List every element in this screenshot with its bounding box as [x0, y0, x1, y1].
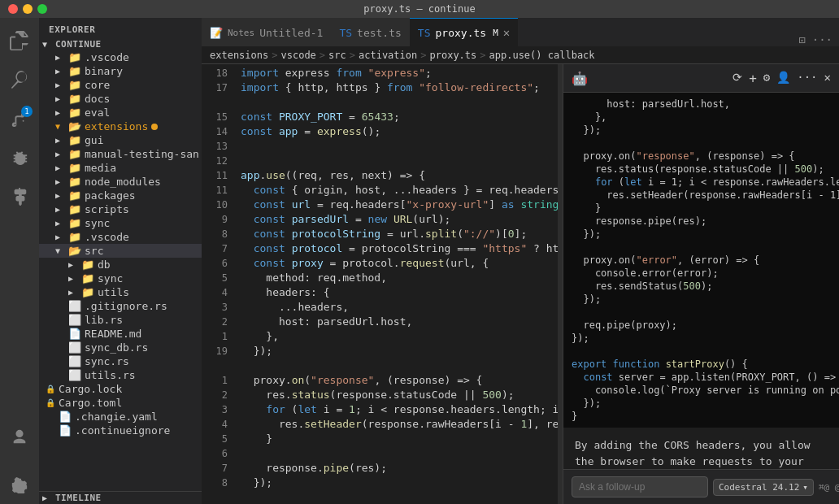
- activity-icon-files[interactable]: [0, 21, 39, 60]
- file-icon-md: 📄: [68, 328, 81, 340]
- tree-item-core[interactable]: ▶ 📁 core: [39, 78, 202, 92]
- item-label: sync: [98, 272, 123, 285]
- tree-item-node-modules[interactable]: ▶ 📁 node_modules: [39, 175, 202, 189]
- folder-icon: 📁: [68, 231, 81, 243]
- tree-item-packages[interactable]: ▶ 📁 packages: [39, 189, 202, 202]
- tree-item-manual-testing[interactable]: ▶ 📁 manual-testing-san...: [39, 147, 202, 161]
- item-label: core: [85, 79, 110, 91]
- line-numbers: 1817 15141312 1111109 8765 4321 19 12 34…: [202, 64, 234, 504]
- modified-icon: M: [493, 28, 498, 38]
- item-label: .vscode: [85, 231, 129, 243]
- ai-followup-input[interactable]: [572, 476, 708, 497]
- ai-more-icon[interactable]: ···: [797, 71, 817, 86]
- tree-item-sync[interactable]: ▶ 📁 sync: [39, 216, 202, 230]
- file-icon-rs: ⬜: [68, 314, 81, 326]
- folder-icon: 📁: [68, 106, 81, 119]
- activity-icon-source-control[interactable]: 1: [0, 99, 39, 138]
- code-content[interactable]: import express from "express"; import { …: [234, 64, 558, 504]
- tree-item-binary[interactable]: ▶ 📁 binary: [39, 64, 202, 78]
- tree-item-cargo-toml[interactable]: 🔒 Cargo.toml: [39, 396, 202, 410]
- activity-icon-search[interactable]: [0, 60, 39, 99]
- editor-area: 📝 Notes Untitled-1 TS test.ts TS proxy.t…: [202, 18, 839, 504]
- maximize-button[interactable]: [37, 4, 47, 14]
- tree-item-sync-db[interactable]: ▶ ⬜ sync_db.rs: [39, 341, 202, 354]
- lock-icon: 🔒: [46, 385, 55, 393]
- folder-icon: 📁: [68, 79, 81, 91]
- folder-icon: 📂: [68, 120, 81, 133]
- bc-vscode[interactable]: vscode: [280, 50, 315, 61]
- ts-icon-test: TS: [339, 27, 352, 39]
- ai-add-icon[interactable]: +: [749, 71, 757, 86]
- ai-account-icon[interactable]: 👤: [776, 71, 790, 86]
- item-label: db: [98, 259, 111, 271]
- code-line: const parsedUrl = new URL(url);: [241, 212, 558, 227]
- file-icon-rs: ⬜: [68, 341, 81, 354]
- folder-icon: 📁: [81, 272, 94, 285]
- code-line: },: [241, 329, 558, 344]
- timeline-header[interactable]: ▶ TIMELINE: [39, 491, 202, 504]
- minimize-button[interactable]: [23, 4, 33, 14]
- tree-item-lib[interactable]: ▶ ⬜ lib.rs: [39, 313, 202, 327]
- item-label: utils.rs: [85, 369, 136, 381]
- editor-split-icon[interactable]: ⊡: [798, 33, 805, 46]
- ai-panel: 🤖 ⟳ + ⚙ 👤 ··· ✕ host: parsedUrl.host,: [563, 64, 839, 504]
- tree-item-gitignore[interactable]: ▶ ⬜ .gitignore.rs: [39, 299, 202, 313]
- code-line: });: [241, 344, 558, 358]
- tree-item-dotvscode[interactable]: ▶ 📁 .vscode: [39, 230, 202, 244]
- ai-settings-icon[interactable]: ⚙: [763, 71, 770, 86]
- ai-close-icon[interactable]: ✕: [824, 71, 831, 86]
- tree-item-scripts[interactable]: ▶ 📁 scripts: [39, 202, 202, 216]
- bc-src[interactable]: src: [328, 50, 346, 61]
- code-line: [241, 95, 558, 110]
- tree-item-vscode[interactable]: ▶ 📁 .vscode: [39, 50, 202, 64]
- tree-item-cargo-lock[interactable]: 🔒 Cargo.lock: [39, 382, 202, 396]
- tree-item-extensions[interactable]: ▼ 📂 extensions: [39, 119, 202, 133]
- item-label: .changie.yaml: [75, 411, 158, 423]
- close-button[interactable]: [8, 4, 18, 14]
- bc-extensions[interactable]: extensions: [210, 50, 268, 61]
- sidebar-section-continue[interactable]: ▼ CONTINUE: [39, 38, 202, 50]
- code-line: });: [241, 476, 558, 490]
- tree-item-db[interactable]: ▶ 📁 db: [39, 258, 202, 272]
- ai-model-selector[interactable]: Codestral 24.12 ▾: [713, 479, 814, 496]
- code-editor[interactable]: 1817 15141312 1111109 8765 4321 19 12 34…: [202, 64, 563, 504]
- tree-item-continueignore[interactable]: ▶ 📄 .continueignore: [39, 424, 202, 437]
- tree-item-media[interactable]: ▶ 📁 media: [39, 161, 202, 175]
- activity-icon-settings[interactable]: [0, 465, 39, 504]
- tree-item-syncrs[interactable]: ▶ ⬜ sync.rs: [39, 354, 202, 368]
- item-label: manual-testing-san...: [85, 148, 202, 160]
- tab-close-button[interactable]: ✕: [503, 26, 510, 39]
- ts-icon-proxy: TS: [418, 27, 431, 39]
- tab-proxy[interactable]: TS proxy.ts M ✕: [410, 18, 518, 46]
- tree-item-eval[interactable]: ▶ 📁 eval: [39, 106, 202, 119]
- folder-icon: 📁: [68, 162, 81, 174]
- bc-callback[interactable]: app.use() callback: [489, 50, 595, 61]
- code-line: res.status(response.statusCode || 500);: [241, 388, 558, 402]
- activity-icon-debug[interactable]: [0, 138, 39, 177]
- ai-history-icon[interactable]: ⟳: [732, 71, 742, 86]
- bc-activation[interactable]: activation: [359, 50, 417, 61]
- tree-item-readme[interactable]: ▶ 📄 README.md: [39, 327, 202, 341]
- ai-content: host: parsedUrl.host, }, }); proxy.on("r…: [563, 93, 839, 469]
- tab-test[interactable]: TS test.ts: [331, 18, 409, 46]
- tab-notes[interactable]: 📝 Notes Untitled-1: [202, 18, 331, 46]
- tree-item-utilsrs[interactable]: ▶ ⬜ utils.rs: [39, 368, 202, 382]
- activity-icon-extensions[interactable]: [0, 177, 39, 216]
- code-line: }: [241, 432, 558, 446]
- folder-icon: 📁: [68, 134, 81, 146]
- tab-label: proxy.ts: [436, 27, 487, 39]
- tree-item-sync2[interactable]: ▶ 📁 sync: [39, 272, 202, 285]
- activity-icon-account[interactable]: [0, 418, 39, 457]
- tree-item-docs[interactable]: ▶ 📁 docs: [39, 92, 202, 106]
- tree-item-changie[interactable]: ▶ 📄 .changie.yaml: [39, 410, 202, 424]
- code-line: response.pipe(res);: [241, 461, 558, 476]
- tree-item-utils[interactable]: ▶ 📁 utils: [39, 285, 202, 299]
- folder-icon: 📁: [68, 176, 81, 188]
- tree-item-gui[interactable]: ▶ 📁 gui: [39, 133, 202, 147]
- tree-item-src[interactable]: ▼ 📂 src: [39, 244, 202, 258]
- window-controls[interactable]: [8, 4, 47, 14]
- item-label: media: [85, 162, 116, 174]
- item-label: docs: [85, 93, 110, 105]
- editor-more-icon[interactable]: ···: [812, 33, 832, 46]
- bc-proxyts[interactable]: proxy.ts: [429, 50, 476, 61]
